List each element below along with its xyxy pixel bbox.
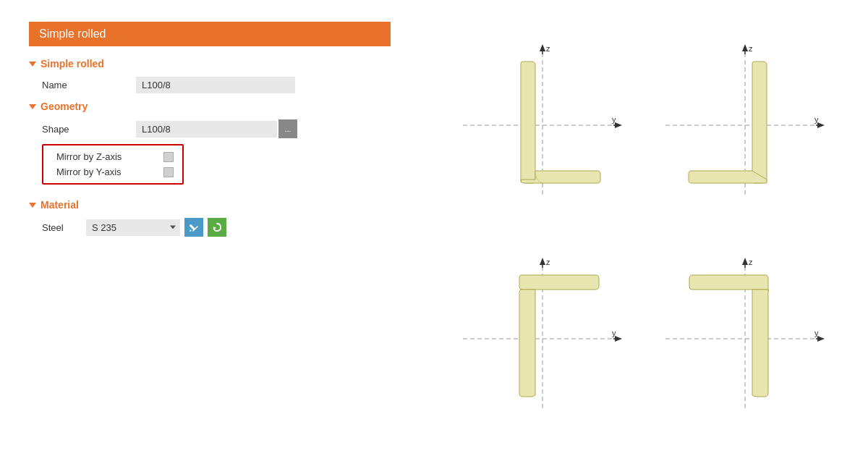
dots-label: ... <box>284 124 291 133</box>
steel-field-row: Steel S 235 S 275 S 355 <box>29 218 391 237</box>
header-title: Simple rolled <box>39 28 106 40</box>
steel-select-wrapper: S 235 S 275 S 355 <box>86 219 180 236</box>
svg-marker-1 <box>190 229 192 232</box>
diagram-svg-bottom-right: z y <box>658 252 832 418</box>
shape-field-row: Shape ... <box>29 119 391 138</box>
refresh-icon <box>212 222 222 232</box>
svg-marker-34 <box>817 336 825 342</box>
left-panel: Simple rolled Simple rolled Name Geometr… <box>0 0 420 456</box>
mirror-y-label: Mirror by Y-axis <box>56 166 158 177</box>
svg-marker-18 <box>817 122 825 128</box>
mirror-z-checkbox[interactable] <box>163 152 174 162</box>
shape-input[interactable] <box>136 121 277 138</box>
diagram-bottom-right: z y <box>644 228 846 442</box>
svg-text:y: y <box>612 329 616 337</box>
mirror-y-row: Mirror by Y-axis <box>56 166 174 177</box>
steel-label: Steel <box>42 222 82 233</box>
svg-marker-3 <box>213 227 216 229</box>
name-label: Name <box>42 80 136 90</box>
svg-text:y: y <box>814 329 819 337</box>
svg-marker-26 <box>615 336 622 342</box>
name-input[interactable] <box>136 77 295 93</box>
svg-marker-23 <box>540 258 545 265</box>
svg-marker-7 <box>540 44 545 51</box>
diagram-top-left: z y <box>441 14 644 228</box>
pencil-icon <box>189 222 199 232</box>
svg-text:y: y <box>814 115 819 124</box>
collapse-icon-simple-rolled[interactable] <box>29 62 36 67</box>
section-material-title: Material <box>29 199 391 211</box>
section-simple-rolled-label: Simple rolled <box>41 58 104 69</box>
mirror-z-label: Mirror by Z-axis <box>56 151 158 162</box>
diagram-bottom-left: z y <box>441 228 644 442</box>
diagram-svg-top-left: z y <box>456 38 629 205</box>
mirror-options-box: Mirror by Z-axis Mirror by Y-axis <box>42 144 184 185</box>
svg-text:y: y <box>612 115 616 124</box>
section-material-label: Material <box>41 199 79 211</box>
diagram-svg-bottom-left: z y <box>456 252 629 418</box>
svg-marker-15 <box>742 44 748 51</box>
diagram-top-right: z y <box>644 14 846 228</box>
svg-text:z: z <box>546 258 550 266</box>
diagram-svg-top-right: z y <box>658 38 832 205</box>
svg-text:z: z <box>749 44 753 53</box>
edit-material-button[interactable] <box>184 218 203 237</box>
shape-browse-button[interactable]: ... <box>278 119 297 138</box>
section-geometry-title: Geometry <box>29 101 391 112</box>
svg-rect-2 <box>190 224 195 230</box>
collapse-icon-geometry[interactable] <box>29 104 36 109</box>
mirror-z-row: Mirror by Z-axis <box>56 151 174 162</box>
svg-marker-10 <box>615 122 622 128</box>
steel-select[interactable]: S 235 S 275 S 355 <box>86 219 180 236</box>
section-simple-rolled-title: Simple rolled <box>29 58 391 69</box>
shape-input-group: ... <box>136 119 297 138</box>
svg-text:z: z <box>749 258 753 266</box>
svg-text:z: z <box>546 44 550 53</box>
right-panel: z y z y <box>420 0 868 456</box>
svg-marker-31 <box>742 258 748 265</box>
shape-label: Shape <box>42 124 136 135</box>
header-bar: Simple rolled <box>29 22 391 46</box>
section-geometry-label: Geometry <box>41 101 88 112</box>
refresh-material-button[interactable] <box>208 218 226 237</box>
collapse-icon-material[interactable] <box>29 203 36 208</box>
name-field-row: Name <box>29 77 391 93</box>
mirror-y-checkbox[interactable] <box>163 167 174 177</box>
